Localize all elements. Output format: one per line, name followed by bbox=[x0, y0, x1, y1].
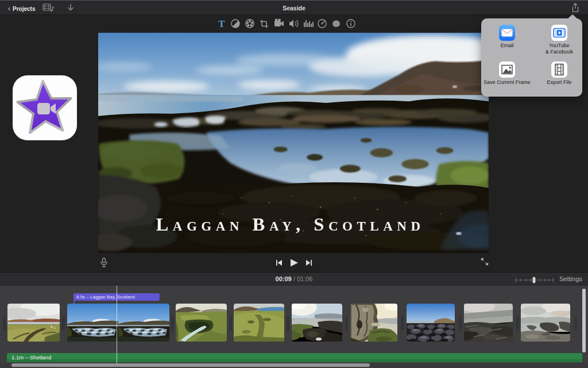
svg-text:Laggan Bay, Scotland: Laggan Bay, Scotland bbox=[156, 214, 425, 235]
svg-text:T: T bbox=[218, 18, 225, 29]
